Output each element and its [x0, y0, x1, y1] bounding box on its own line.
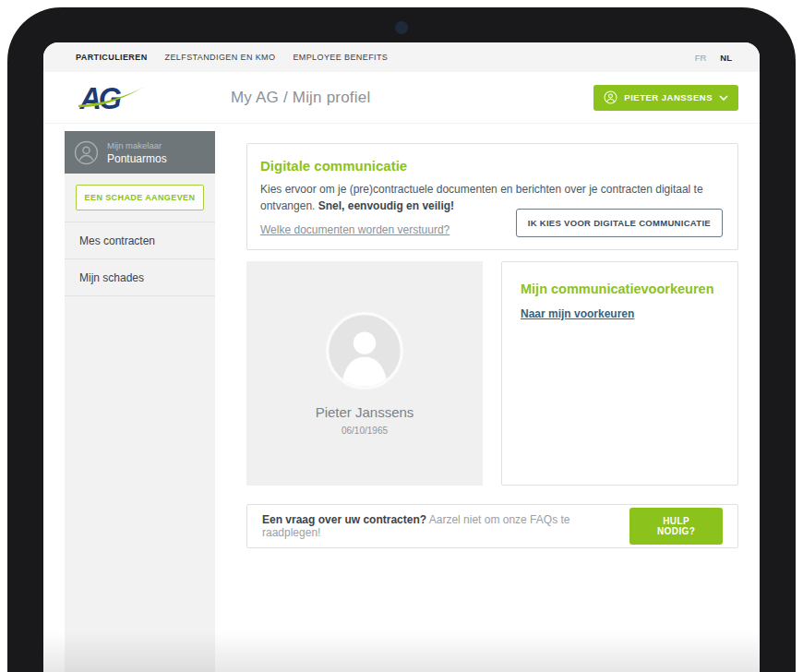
- broker-name: Pontuarmos: [107, 152, 167, 165]
- nav-item-employee-benefits[interactable]: EMPLOYEE BENEFITS: [293, 53, 388, 62]
- user-menu-button[interactable]: PIETER JANSSENS: [593, 85, 738, 111]
- help-button[interactable]: HULP NODIG?: [629, 508, 723, 545]
- nav-item-particulieren[interactable]: PARTICULIEREN: [76, 53, 148, 62]
- preferences-link[interactable]: Naar mijn voorkeuren: [521, 307, 634, 320]
- sidebar: Mijn makelaar Pontuarmos EEN SCHADE AANG…: [65, 131, 215, 672]
- communication-preferences-title: Mijn communicatievoorkeuren: [521, 282, 719, 296]
- nav-item-zelfstandigen[interactable]: ZELFSTANDIGEN EN KMO: [165, 53, 276, 62]
- digital-communication-panel: Digitale communicatie Kies ervoor om je …: [246, 143, 738, 250]
- page-title: My AG / Mijn profiel: [231, 89, 370, 107]
- ag-logo[interactable]: AG: [78, 80, 147, 115]
- sidebar-item-schades[interactable]: Mijn schades: [65, 259, 215, 296]
- screen: PARTICULIEREN ZELFSTANDIGEN EN KMO EMPLO…: [43, 42, 760, 672]
- digital-communication-body-bold: Snel, eenvoudig en veilig!: [318, 199, 454, 212]
- broker-tile[interactable]: Mijn makelaar Pontuarmos: [65, 131, 215, 174]
- camera-dot: [395, 21, 408, 34]
- broker-info: Mijn makelaar Pontuarmos: [107, 140, 167, 165]
- profile-birthdate: 06/10/1965: [342, 426, 388, 436]
- language-nl[interactable]: NL: [720, 53, 732, 63]
- language-fr[interactable]: FR: [695, 53, 707, 63]
- content-area: Mijn makelaar Pontuarmos EEN SCHADE AANG…: [43, 123, 760, 672]
- help-question-bold: Een vraag over uw contracten?: [262, 513, 426, 526]
- broker-avatar-icon: [74, 140, 99, 165]
- sidebar-item-contracten[interactable]: Mes contracten: [65, 222, 215, 259]
- language-switcher: FR NL: [695, 53, 732, 63]
- cards-row: Pieter Janssens 06/10/1965 Mijn communic…: [246, 261, 738, 486]
- sidebar-menu: Mes contracten Mijn schades: [65, 222, 215, 296]
- profile-card: Pieter Janssens 06/10/1965: [246, 261, 483, 486]
- help-bar: Een vraag over uw contracten? Aarzel nie…: [246, 504, 738, 548]
- user-menu-label: PIETER JANSSENS: [624, 92, 713, 102]
- which-documents-link[interactable]: Welke documenten worden verstuurd?: [260, 223, 449, 236]
- profile-name: Pieter Janssens: [316, 404, 414, 420]
- top-navigation: PARTICULIEREN ZELFSTANDIGEN EN KMO EMPLO…: [43, 42, 760, 72]
- header: AG My AG / Mijn profiel PIETER JANSSENS: [43, 72, 760, 123]
- chevron-down-icon: [719, 95, 728, 101]
- tablet-frame: PARTICULIEREN ZELFSTANDIGEN EN KMO EMPLO…: [7, 7, 796, 672]
- digital-communication-title: Digitale communicatie: [260, 158, 723, 174]
- broker-label: Mijn makelaar: [107, 140, 167, 150]
- help-text: Een vraag over uw contracten? Aarzel nie…: [262, 513, 629, 539]
- communication-preferences-card: Mijn communicatievoorkeuren Naar mijn vo…: [501, 261, 738, 486]
- user-circle-icon: [604, 90, 617, 104]
- main-column: Digitale communicatie Kies ervoor om je …: [215, 123, 760, 672]
- choose-digital-communication-button[interactable]: IK KIES VOOR DIGITALE COMMUNICATIE: [516, 209, 723, 237]
- report-claim-button[interactable]: EEN SCHADE AANGEVEN: [76, 185, 204, 210]
- profile-avatar-icon: [326, 312, 403, 390]
